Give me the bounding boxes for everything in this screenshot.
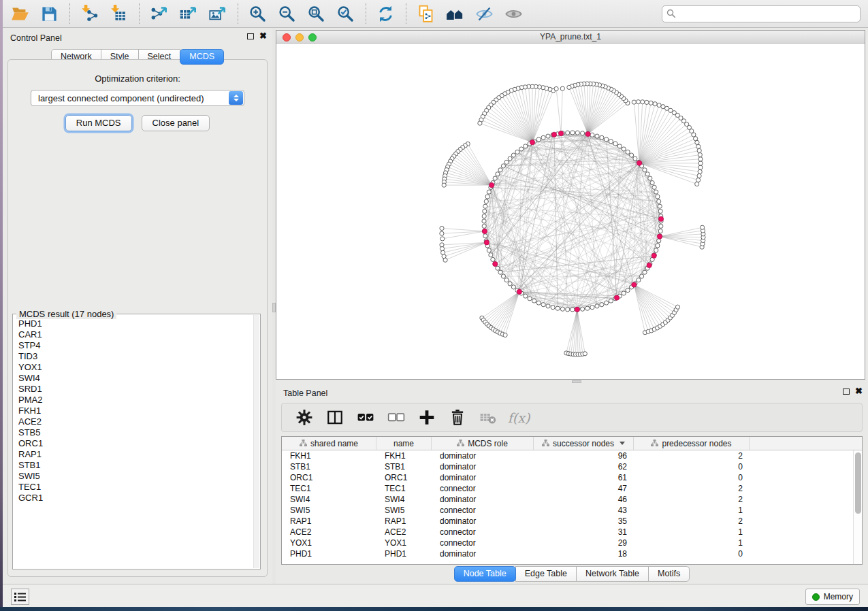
delete-table-icon[interactable] xyxy=(479,409,497,427)
show-all-icon[interactable] xyxy=(503,3,524,24)
cell: FKH1 xyxy=(376,451,432,461)
cell: SWI4 xyxy=(376,495,432,504)
optimization-criterion-select[interactable]: largest connected component (undirected) xyxy=(31,90,244,106)
table-row[interactable]: FKH1FKH1dominator962 xyxy=(282,450,862,461)
memory-button[interactable]: Memory xyxy=(805,589,860,605)
close-panel-icon[interactable]: ✖ xyxy=(259,33,267,39)
mcds-list-scrollbar[interactable] xyxy=(253,315,259,568)
zoom-selected-icon[interactable] xyxy=(335,3,355,24)
float-panel-icon[interactable] xyxy=(247,33,254,39)
toolbar-separator xyxy=(69,3,70,24)
tab-mcds[interactable]: MCDS xyxy=(180,49,224,65)
export-table-icon[interactable] xyxy=(178,3,198,24)
copy-network-icon[interactable] xyxy=(415,3,436,24)
table-row[interactable]: STB1STB1dominator620 xyxy=(282,461,862,472)
tab-network-table[interactable]: Network Table xyxy=(576,566,649,582)
cytoscape-window: Control Panel ✖ NetworkStyleSelectMCDS O… xyxy=(3,0,868,608)
mcds-result-item[interactable]: SWI5 xyxy=(18,471,252,482)
cell: 1 xyxy=(634,506,750,515)
table-row[interactable]: YOX1YOX1connector291 xyxy=(282,538,862,548)
table-scrollbar[interactable] xyxy=(853,450,862,564)
mcds-result-item[interactable]: GCR1 xyxy=(18,493,252,503)
mcds-result-item[interactable]: TEC1 xyxy=(18,482,252,493)
column-header-predecessor-nodes[interactable]: predecessor nodes xyxy=(634,437,750,450)
tab-node-table[interactable]: Node Table xyxy=(454,566,516,582)
import-network-icon[interactable] xyxy=(79,3,99,24)
mcds-result-item[interactable]: STB1 xyxy=(18,460,252,471)
table-row[interactable]: PHD1PHD1dominator180 xyxy=(282,548,862,559)
zoom-out-icon[interactable] xyxy=(276,3,297,24)
mcds-result-item[interactable]: PMA2 xyxy=(18,395,252,406)
table-row[interactable]: SWI4SWI4dominator462 xyxy=(282,494,862,505)
cell: STB1 xyxy=(282,462,376,472)
save-session-icon[interactable] xyxy=(39,3,59,24)
run-mcds-button[interactable]: Run MCDS xyxy=(65,115,132,131)
mcds-result-item[interactable]: YOX1 xyxy=(18,362,252,373)
cell: 61 xyxy=(534,473,634,482)
close-panel-icon[interactable]: ✖ xyxy=(855,388,863,395)
column-header-name[interactable]: name xyxy=(376,437,432,450)
table-toolbar: f(x) xyxy=(281,403,863,432)
table-row[interactable]: ORC1ORC1dominator610 xyxy=(282,472,862,483)
settings-icon[interactable] xyxy=(295,409,313,427)
open-file-icon[interactable] xyxy=(10,3,30,24)
mcds-result-item[interactable]: RAP1 xyxy=(18,449,252,460)
column-header-successor-nodes[interactable]: successor nodes xyxy=(534,437,634,450)
control-panel-title: Control Panel xyxy=(10,33,62,43)
search-input[interactable] xyxy=(662,5,861,22)
add-column-icon[interactable] xyxy=(418,409,436,427)
neighbors-icon[interactable] xyxy=(445,3,465,24)
float-panel-icon[interactable] xyxy=(843,389,850,395)
cell: SWI5 xyxy=(376,506,432,515)
select-all-icon[interactable] xyxy=(357,409,374,427)
export-network-icon[interactable] xyxy=(148,3,169,24)
mcds-result-item[interactable]: SWI4 xyxy=(18,373,252,384)
zoom-fit-icon[interactable] xyxy=(306,3,326,24)
node-table: shared namenameMCDS rolesuccessor nodesp… xyxy=(281,436,863,565)
mcds-result-item[interactable]: FKH1 xyxy=(18,406,252,416)
tab-edge-table[interactable]: Edge Table xyxy=(515,566,577,582)
right-region: YPA_prune.txt_1 Table Panel ✖ xyxy=(276,28,868,584)
table-row[interactable]: SWI5SWI5connector431 xyxy=(282,505,862,516)
minimize-window-button[interactable] xyxy=(295,33,304,42)
mcds-result-item[interactable]: CAR1 xyxy=(18,329,252,340)
mcds-result-item[interactable]: STP4 xyxy=(18,340,252,351)
mcds-result-item[interactable]: ORC1 xyxy=(18,438,252,449)
table-row[interactable]: RAP1RAP1dominator352 xyxy=(282,516,862,527)
cell: 1 xyxy=(634,527,750,537)
network-canvas[interactable] xyxy=(276,44,865,379)
mcds-result-item[interactable]: PHD1 xyxy=(18,318,252,329)
mcds-result-item[interactable]: STB5 xyxy=(18,427,252,438)
zoom-window-button[interactable] xyxy=(308,33,317,42)
scrollbar-thumb[interactable] xyxy=(855,452,861,514)
column-header-shared-name[interactable]: shared name xyxy=(282,437,376,450)
tree-icon xyxy=(651,439,658,448)
cell: 2 xyxy=(634,516,750,526)
mcds-result-item[interactable]: SRD1 xyxy=(18,384,252,395)
zoom-in-icon[interactable] xyxy=(247,3,268,24)
hide-selected-icon[interactable] xyxy=(474,3,494,24)
network-window-titlebar[interactable]: YPA_prune.txt_1 xyxy=(276,31,865,44)
table-row[interactable]: TEC1TEC1connector472 xyxy=(282,483,862,494)
network-window-title: YPA_prune.txt_1 xyxy=(276,31,865,43)
tab-motifs[interactable]: Motifs xyxy=(648,566,690,582)
task-history-button[interactable] xyxy=(11,589,29,605)
import-table-icon[interactable] xyxy=(108,3,129,24)
cell: dominator xyxy=(432,451,534,461)
table-row[interactable]: ACE2ACE2connector311 xyxy=(282,527,862,538)
export-image-icon[interactable] xyxy=(207,3,227,24)
mcds-result-item[interactable]: ACE2 xyxy=(18,416,252,427)
delete-column-icon[interactable] xyxy=(449,409,466,427)
tree-icon xyxy=(300,439,307,448)
close-window-button[interactable] xyxy=(283,33,291,42)
cell: ORC1 xyxy=(376,473,432,482)
cell: ORC1 xyxy=(282,473,376,482)
split-panel-icon[interactable] xyxy=(326,409,344,427)
column-header-MCDS-role[interactable]: MCDS role xyxy=(432,437,534,450)
deselect-all-icon[interactable] xyxy=(387,409,405,427)
mcds-result-item[interactable]: TID3 xyxy=(18,351,252,362)
refresh-icon[interactable] xyxy=(375,3,396,24)
cell: ACE2 xyxy=(376,527,432,537)
close-panel-button[interactable]: Close panel xyxy=(142,115,210,131)
mcds-result-list[interactable]: PHD1CAR1STP4TID3YOX1SWI4SRD1PMA2FKH1ACE2… xyxy=(18,318,252,566)
